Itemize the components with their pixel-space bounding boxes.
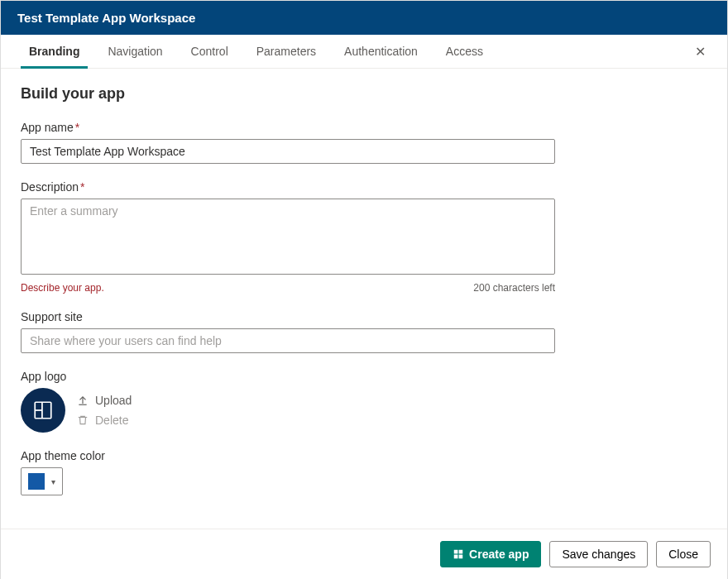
description-count: 200 characters left bbox=[473, 282, 555, 294]
delete-logo-button[interactable]: Delete bbox=[77, 414, 132, 427]
header-bar: Test Template App Workspace bbox=[1, 1, 727, 35]
upload-logo-button[interactable]: Upload bbox=[77, 394, 132, 407]
svg-rect-6 bbox=[459, 555, 463, 559]
workspace-title: Test Template App Workspace bbox=[17, 11, 195, 25]
app-logo-label: App logo bbox=[21, 370, 555, 383]
content-area: Build your app App name* Description* De… bbox=[1, 69, 727, 532]
required-asterisk: * bbox=[80, 180, 84, 194]
app-logo-icon bbox=[32, 400, 54, 421]
field-app-logo: App logo Upload Delete bbox=[21, 370, 555, 433]
app-name-input[interactable] bbox=[21, 139, 555, 164]
support-site-input[interactable] bbox=[21, 328, 555, 353]
color-swatch bbox=[28, 473, 45, 490]
theme-color-label: App theme color bbox=[21, 449, 555, 462]
tab-branding[interactable]: Branding bbox=[17, 35, 91, 68]
app-logo-preview bbox=[21, 388, 65, 433]
description-input[interactable] bbox=[21, 199, 555, 275]
app-grid-icon bbox=[453, 548, 464, 560]
svg-rect-3 bbox=[454, 550, 458, 554]
close-icon[interactable]: ✕ bbox=[690, 36, 711, 68]
upload-icon bbox=[77, 395, 89, 406]
trash-icon bbox=[77, 414, 89, 426]
tabs-bar: Branding Navigation Control Parameters A… bbox=[1, 35, 727, 69]
field-support-site: Support site bbox=[21, 310, 555, 353]
field-theme-color: App theme color ▾ bbox=[21, 449, 555, 495]
tab-navigation[interactable]: Navigation bbox=[96, 35, 174, 68]
required-asterisk: * bbox=[75, 121, 79, 134]
footer-bar: Create app Save changes Close bbox=[1, 529, 727, 579]
svg-rect-5 bbox=[454, 555, 458, 559]
tab-parameters[interactable]: Parameters bbox=[245, 35, 328, 68]
tab-control[interactable]: Control bbox=[180, 35, 240, 68]
theme-color-picker[interactable]: ▾ bbox=[21, 467, 63, 495]
save-changes-button[interactable]: Save changes bbox=[549, 541, 648, 567]
chevron-down-icon: ▾ bbox=[51, 477, 55, 486]
description-error: Describe your app. bbox=[21, 282, 104, 294]
svg-rect-4 bbox=[459, 550, 463, 554]
section-title: Build your app bbox=[21, 85, 707, 103]
tab-authentication[interactable]: Authentication bbox=[333, 35, 429, 68]
field-app-name: App name* bbox=[21, 121, 555, 164]
description-under-row: Describe your app. 200 characters left bbox=[21, 282, 555, 294]
close-button[interactable]: Close bbox=[656, 541, 711, 567]
create-app-button[interactable]: Create app bbox=[440, 541, 541, 567]
app-name-label: App name* bbox=[21, 121, 555, 134]
tab-access[interactable]: Access bbox=[434, 35, 495, 68]
field-description: Description* Describe your app. 200 char… bbox=[21, 180, 555, 294]
description-label: Description* bbox=[21, 180, 555, 194]
support-site-label: Support site bbox=[21, 310, 555, 323]
